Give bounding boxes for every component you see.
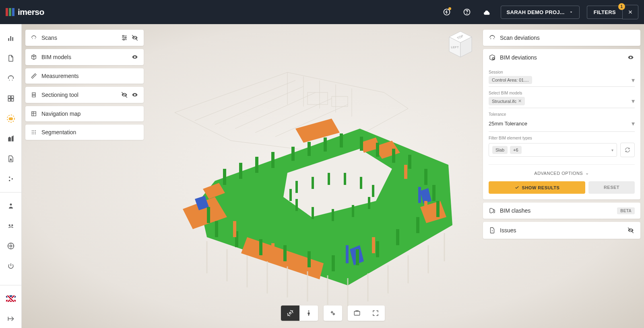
nav-user[interactable] <box>2 197 20 215</box>
nav-3d-view[interactable]: 3D <box>2 109 20 128</box>
svg-point-28 <box>35 130 36 131</box>
tool-bim-models[interactable]: BIM models <box>25 49 144 65</box>
svg-rect-57 <box>271 152 275 168</box>
svg-rect-76 <box>259 239 262 255</box>
svg-point-33 <box>33 133 34 134</box>
svg-rect-80 <box>295 181 298 193</box>
fullscreen-button[interactable] <box>366 305 385 321</box>
nav-support[interactable] <box>2 237 20 255</box>
reset-button[interactable]: RESET <box>588 181 635 194</box>
svg-rect-64 <box>392 149 395 163</box>
filter-chip: Slab <box>492 146 508 154</box>
svg-point-32 <box>32 133 33 134</box>
svg-rect-8 <box>8 99 10 101</box>
svg-point-15 <box>9 180 10 181</box>
svg-rect-6 <box>8 96 10 98</box>
visibility-off-icon[interactable] <box>131 34 139 42</box>
map-icon <box>30 110 37 117</box>
remove-chip-icon[interactable]: ✕ <box>518 98 522 104</box>
cloud-icon[interactable] <box>481 6 493 18</box>
bim-3d-viewport[interactable] <box>134 48 469 314</box>
filters-button[interactable]: FILTERS 1 <box>587 6 622 19</box>
tool-settings-icon[interactable] <box>120 34 128 42</box>
visibility-off-icon[interactable] <box>120 91 128 99</box>
session-selector[interactable]: Control Area: 01.... ▾ <box>489 76 635 87</box>
clashes-icon <box>489 207 496 214</box>
nav-settings[interactable] <box>2 170 20 188</box>
svg-point-21 <box>123 35 124 37</box>
nav-models[interactable] <box>2 89 20 108</box>
logo-text: imerso <box>18 7 44 17</box>
panel-bim-deviations[interactable]: BIM deviations <box>483 49 640 66</box>
nav-language[interactable] <box>2 289 20 308</box>
svg-rect-86 <box>368 197 370 209</box>
svg-rect-24 <box>32 93 35 97</box>
beta-badge: BETA <box>617 207 635 214</box>
tool-segmentation[interactable]: Segmentation <box>25 125 144 140</box>
advanced-options-toggle[interactable]: ADVANCED OPTIONS ⌄ <box>489 170 635 176</box>
view-settings-button[interactable] <box>324 305 342 321</box>
svg-rect-58 <box>291 147 295 161</box>
svg-rect-41 <box>332 96 348 107</box>
visibility-off-icon[interactable] <box>627 226 635 234</box>
svg-rect-55 <box>239 163 242 179</box>
svg-rect-95 <box>271 243 275 259</box>
walk-mode-button[interactable] <box>299 305 318 321</box>
svg-rect-68 <box>436 201 440 217</box>
tool-sectioning[interactable]: Sectioning tool <box>25 87 144 103</box>
tool-navigation-map[interactable]: Navigation map <box>25 106 144 121</box>
orbit-mode-button[interactable] <box>281 305 299 321</box>
ruler-icon <box>30 72 37 80</box>
svg-rect-117 <box>354 312 360 316</box>
svg-rect-5 <box>12 37 13 41</box>
svg-rect-98 <box>418 187 421 203</box>
svg-point-114 <box>308 310 310 312</box>
tool-scans[interactable]: Scans <box>25 30 144 46</box>
nav-buildings[interactable] <box>2 129 20 148</box>
svg-rect-67 <box>432 185 436 201</box>
svg-rect-97 <box>346 245 349 263</box>
project-selector[interactable]: SARAH DEMO PROJ... <box>501 6 580 19</box>
panel-issues[interactable]: Issues <box>483 222 640 239</box>
nav-power[interactable] <box>2 257 20 275</box>
panel-bim-clashes[interactable]: BIM clashes BETA <box>483 203 640 219</box>
tolerance-selector[interactable]: 25mm Tolerance ▾ <box>489 118 635 132</box>
visibility-on-icon[interactable] <box>627 53 635 62</box>
app-logo[interactable]: imerso <box>6 7 44 17</box>
show-results-button[interactable]: SHOW RESULTS <box>489 181 585 194</box>
tool-measurements[interactable]: Measurements <box>25 68 144 84</box>
svg-rect-94 <box>404 165 407 179</box>
svg-point-2 <box>466 14 467 14</box>
filters-count-badge: 1 <box>618 3 625 10</box>
nav-collapse[interactable] <box>2 310 20 328</box>
notifications-icon[interactable] <box>440 6 453 18</box>
svg-rect-85 <box>372 185 374 197</box>
svg-point-34 <box>35 133 36 134</box>
nav-scans[interactable] <box>2 69 20 88</box>
nav-documents[interactable] <box>2 49 20 68</box>
help-icon[interactable] <box>460 6 473 18</box>
svg-rect-3 <box>8 38 9 41</box>
svg-rect-82 <box>328 173 330 185</box>
filter-types-selector[interactable]: Slab +6 ▾ <box>489 143 617 157</box>
model-chip: Structural.ifc ✕ <box>489 97 525 105</box>
svg-rect-89 <box>312 207 314 219</box>
refresh-button[interactable] <box>620 143 635 157</box>
chevron-down-icon: ⌄ <box>585 170 589 176</box>
svg-rect-56 <box>255 157 258 173</box>
nav-view-mode[interactable] <box>2 217 20 235</box>
chevron-down-icon: ▾ <box>632 120 635 127</box>
scans-icon <box>30 34 37 41</box>
bim-model-selector[interactable]: Structural.ifc ✕ ▾ <box>489 97 635 108</box>
svg-point-113 <box>289 312 291 314</box>
nav-analytics[interactable] <box>2 29 20 47</box>
tool-label: Segmentation <box>41 129 139 135</box>
nav-file[interactable]: A <box>2 150 20 168</box>
screenshot-button[interactable] <box>348 305 366 321</box>
field-label: Session <box>489 70 635 74</box>
svg-rect-9 <box>11 99 13 101</box>
svg-point-29 <box>32 132 33 133</box>
svg-text:3D: 3D <box>9 117 12 120</box>
panel-scan-deviations[interactable]: Scan deviations <box>483 30 640 46</box>
svg-rect-60 <box>324 137 327 152</box>
